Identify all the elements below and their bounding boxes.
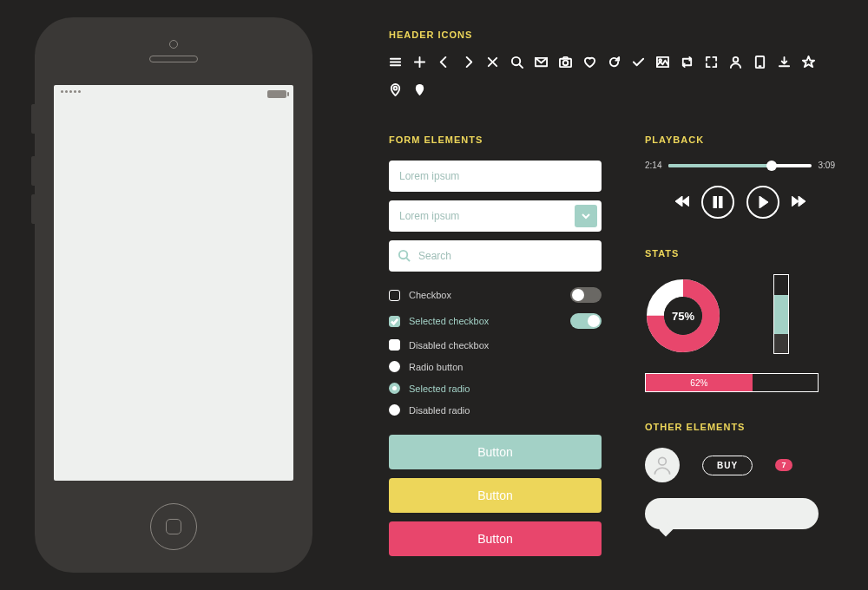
location-icon[interactable]: [389, 83, 402, 100]
section-title-header-icons: HEADER ICONS: [389, 30, 835, 40]
speaker-icon: [149, 56, 198, 62]
home-button[interactable]: [150, 503, 197, 550]
svg-point-8: [394, 87, 398, 90]
volume-down-button: [31, 194, 35, 224]
hbar-fill: 62%: [646, 374, 753, 391]
button-secondary[interactable]: Button: [389, 478, 602, 513]
expand-icon[interactable]: [705, 56, 718, 72]
volume-up-button: [31, 156, 35, 186]
select-value[interactable]: [389, 200, 602, 232]
svg-point-9: [399, 251, 407, 259]
text-input[interactable]: [389, 161, 602, 192]
mail-icon[interactable]: [535, 56, 548, 72]
svg-point-3: [563, 61, 569, 66]
vbar-segment-teal: [774, 295, 788, 334]
camera-icon[interactable]: [559, 56, 572, 72]
button-primary[interactable]: Button: [389, 435, 602, 469]
loop-icon[interactable]: [681, 56, 694, 72]
checkbox-label: Disabled checkbox: [409, 340, 602, 351]
time-total: 3:09: [819, 161, 835, 170]
vbar-segment-dark: [774, 334, 788, 354]
radio-selected[interactable]: [389, 383, 400, 394]
chat-bubble[interactable]: [645, 498, 819, 529]
notification-badge[interactable]: 7: [775, 459, 792, 471]
star-icon[interactable]: [802, 56, 815, 72]
progress-knob[interactable]: [766, 161, 777, 171]
close-icon[interactable]: [486, 56, 499, 72]
chevron-right-icon[interactable]: [462, 56, 475, 72]
pause-button[interactable]: [701, 186, 734, 219]
section-title-stats: STATS: [645, 248, 835, 259]
phone-mockup: [35, 17, 312, 573]
hbar-label: 62%: [690, 378, 707, 388]
speaker-area: [35, 17, 312, 85]
horizontal-bar-chart: 62%: [645, 373, 819, 392]
checkbox-label: Checkbox: [409, 290, 570, 300]
download-icon[interactable]: [778, 56, 791, 72]
vertical-bar-chart: [773, 274, 789, 354]
svg-rect-11: [719, 196, 722, 208]
tablet-icon[interactable]: [753, 56, 766, 72]
toggle-off[interactable]: [570, 287, 602, 303]
heart-icon[interactable]: [583, 56, 596, 72]
signal-icon: [61, 90, 81, 93]
buy-button[interactable]: BUY: [702, 456, 753, 475]
section-title-other: OTHER ELEMENTS: [645, 422, 835, 432]
toggle-on[interactable]: [570, 313, 602, 329]
user-icon[interactable]: [729, 56, 742, 72]
checkbox[interactable]: [389, 290, 400, 301]
donut-chart: 75%: [645, 278, 721, 354]
avatar[interactable]: [645, 448, 680, 482]
plus-icon[interactable]: [413, 56, 426, 72]
section-title-form: FORM ELEMENTS: [389, 134, 602, 145]
donut-label: 75%: [645, 278, 721, 354]
radio-label: Selected radio: [409, 384, 602, 394]
search-input[interactable]: [389, 240, 602, 272]
chevron-down-icon[interactable]: [575, 205, 597, 227]
image-icon[interactable]: [656, 56, 669, 72]
checkbox-selected[interactable]: [389, 316, 400, 327]
chevron-left-icon[interactable]: [437, 56, 450, 72]
radio-disabled: [389, 404, 400, 416]
progress-fill: [668, 164, 771, 167]
search-icon[interactable]: [510, 56, 523, 72]
button-danger[interactable]: Button: [389, 521, 602, 556]
menu-icon[interactable]: [389, 56, 402, 72]
svg-point-15: [659, 457, 667, 465]
time-elapsed: 2:14: [645, 161, 661, 170]
svg-rect-10: [713, 196, 717, 208]
checkbox-disabled: [389, 339, 400, 351]
check-icon[interactable]: [632, 56, 645, 72]
radio-label: Radio button: [409, 362, 602, 372]
refresh-icon[interactable]: [608, 56, 621, 72]
phone-screen: [54, 85, 293, 481]
checkbox-label: Selected checkbox: [409, 316, 570, 326]
radio-label: Disabled radio: [409, 405, 602, 416]
select-input[interactable]: [389, 200, 602, 232]
battery-icon: [267, 90, 286, 98]
search-icon: [398, 249, 411, 266]
side-button: [31, 104, 35, 134]
play-button[interactable]: [746, 186, 779, 219]
section-title-playback: PLAYBACK: [645, 134, 835, 145]
camera-icon: [169, 40, 178, 49]
rewind-icon[interactable]: [675, 194, 689, 210]
radio[interactable]: [389, 361, 400, 372]
forward-icon[interactable]: [792, 194, 806, 210]
progress-track[interactable]: [668, 164, 811, 167]
svg-point-6: [733, 57, 739, 62]
location-solid-icon[interactable]: [413, 83, 426, 100]
icon-row: [389, 56, 835, 100]
